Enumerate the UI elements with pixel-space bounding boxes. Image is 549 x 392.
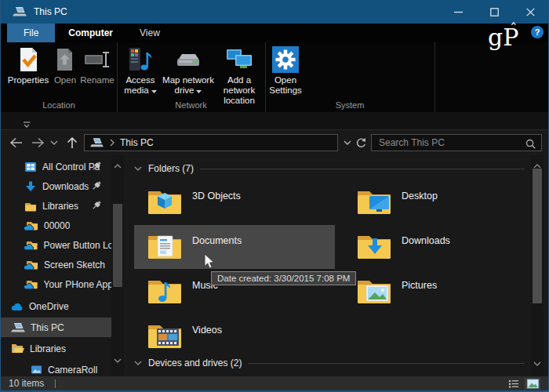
cloud-folder-icon	[24, 239, 38, 251]
ribbon-group-location: Properties Open	[1, 42, 118, 112]
search-box	[371, 134, 542, 151]
sidebar-item-libraries-pinned[interactable]: Libraries	[1, 196, 111, 216]
tab-file[interactable]: File	[7, 24, 55, 42]
folder-tile-desktop[interactable]: Desktop	[344, 180, 544, 224]
music-folder-icon	[147, 275, 183, 308]
ribbon-group-network: Access media Map network drive	[117, 42, 266, 112]
pin-icon	[91, 161, 102, 174]
breadcrumb-location[interactable]: This PC	[120, 137, 154, 148]
folders-group-header[interactable]: Folders (7)	[134, 163, 525, 174]
scroll-up-icon[interactable]	[114, 158, 122, 172]
sidebar-item-your-phone-app[interactable]: Your PHone App	[1, 274, 111, 294]
rename-button[interactable]: Rename	[79, 45, 115, 85]
status-divider	[55, 379, 56, 388]
map-network-drive-button[interactable]: Map network drive	[162, 45, 214, 96]
sidebar-item-libraries[interactable]: Libraries	[1, 339, 111, 358]
collapse-devices-icon[interactable]	[134, 360, 142, 366]
rename-icon	[84, 45, 111, 74]
sidebar-item-onedrive[interactable]: OneDrive	[1, 296, 111, 316]
tab-view[interactable]: View	[126, 24, 173, 42]
this-pc-breadcrumb-icon	[90, 137, 104, 148]
access-media-button[interactable]: Access media	[120, 45, 161, 96]
properties-button[interactable]: Properties	[5, 45, 51, 85]
scroll-down-icon[interactable]	[533, 356, 541, 370]
onedrive-icon	[11, 302, 24, 311]
properties-icon	[16, 45, 40, 74]
search-icon[interactable]	[525, 138, 536, 152]
up-button[interactable]	[64, 134, 81, 151]
pin-icon	[91, 180, 102, 194]
status-bar: 10 items	[1, 376, 548, 390]
folder-tile-3d-objects[interactable]: 3D Objects	[134, 180, 335, 224]
desktop-folder-icon	[356, 186, 392, 219]
date-created-tooltip: Date created: 3/30/2015 7:08 PM	[211, 271, 356, 285]
sidebar-item-power-button[interactable]: Power Button Lo	[1, 235, 111, 255]
ribbon-tab-row: File Computer View ?	[1, 24, 548, 42]
content-scrollbar[interactable]	[531, 155, 544, 376]
pin-icon	[91, 200, 102, 213]
tab-computer[interactable]: Computer	[55, 24, 126, 42]
content-scrollbar-thumb[interactable]	[533, 169, 542, 303]
map-network-drive-icon	[176, 45, 201, 74]
search-input[interactable]	[372, 135, 541, 151]
address-dropdown-icon[interactable]	[341, 134, 354, 151]
ribbon-group-system: Open Settings Uninstall or change a prog…	[265, 42, 435, 112]
sidebar-scrollbar[interactable]	[111, 155, 124, 376]
add-network-location-icon	[226, 45, 253, 74]
cloud-folder-icon	[24, 259, 38, 270]
open-button[interactable]: Open	[51, 45, 79, 85]
mouse-cursor	[204, 253, 216, 273]
documents-folder-icon	[147, 230, 183, 263]
maximize-button[interactable]	[476, 0, 512, 24]
devices-group-header[interactable]: Devices and drives (2)	[134, 358, 525, 368]
help-button[interactable]: ?	[531, 26, 544, 38]
cloud-folder-icon	[24, 278, 38, 290]
sidebar-item-screen-sketch[interactable]: Screen Sketch	[1, 255, 111, 274]
this-pc-window-icon	[13, 6, 27, 17]
details-view-button[interactable]	[506, 378, 522, 390]
forward-button[interactable]	[29, 134, 46, 151]
collapse-folders-icon[interactable]	[134, 165, 142, 172]
sidebar-item-downloads[interactable]: Downloads	[1, 176, 111, 196]
item-count: 10 items	[9, 378, 44, 389]
breadcrumb-chevron-icon[interactable]	[109, 139, 115, 147]
quick-access-toolbar-strip	[1, 112, 548, 130]
open-settings-button[interactable]: Open Settings	[268, 45, 303, 96]
ribbon: Properties Open	[1, 42, 548, 113]
address-bar[interactable]: This PC	[84, 134, 338, 151]
sidebar-item-this-pc[interactable]: This PC	[1, 318, 111, 337]
this-pc-icon	[11, 322, 25, 333]
close-button[interactable]	[512, 0, 548, 24]
navigation-bar: This PC	[1, 130, 548, 155]
back-button[interactable]	[7, 134, 24, 151]
videos-folder-icon	[147, 320, 183, 353]
folder-tile-downloads[interactable]: Downloads	[344, 225, 544, 269]
downloads-icon	[24, 181, 37, 192]
minimize-button[interactable]	[440, 0, 476, 24]
sidebar-scrollbar-thumb[interactable]	[113, 204, 122, 287]
folder-icon	[24, 201, 37, 212]
pictures-folder-icon	[356, 275, 392, 308]
open-icon	[55, 45, 75, 74]
settings-gear-icon	[272, 45, 299, 74]
group-label-system: System	[265, 100, 434, 110]
scroll-down-icon[interactable]	[114, 353, 122, 367]
window-title: This PC	[34, 6, 67, 17]
cloud-folder-icon	[24, 220, 38, 231]
access-media-icon	[128, 45, 153, 74]
sidebar-item-all-control-panel[interactable]: All Control Pa	[1, 157, 111, 176]
add-network-location-button[interactable]: Add a network location	[216, 45, 263, 106]
refresh-icon[interactable]	[354, 134, 368, 151]
main-area: All Control Pa Downloads Libraries 00000	[1, 155, 548, 376]
file-explorer-window: This PC File Computer View ? gPˆ	[0, 0, 549, 392]
folder-tile-documents[interactable]: Documents	[134, 225, 335, 269]
large-icons-view-button[interactable]	[525, 378, 540, 390]
open-folder-icon	[11, 343, 24, 354]
watermark-logo: gPˆ	[488, 26, 518, 49]
sidebar-item-00000[interactable]: 00000	[1, 216, 111, 235]
folder-tile-pictures[interactable]: Pictures	[344, 270, 544, 314]
recent-locations-dropdown-icon[interactable]	[48, 134, 60, 151]
group-label-network: Network	[117, 100, 265, 110]
folder-tile-videos[interactable]: Videos	[134, 314, 335, 358]
sidebar-item-cameraroll[interactable]: CameraRoll	[1, 360, 111, 376]
